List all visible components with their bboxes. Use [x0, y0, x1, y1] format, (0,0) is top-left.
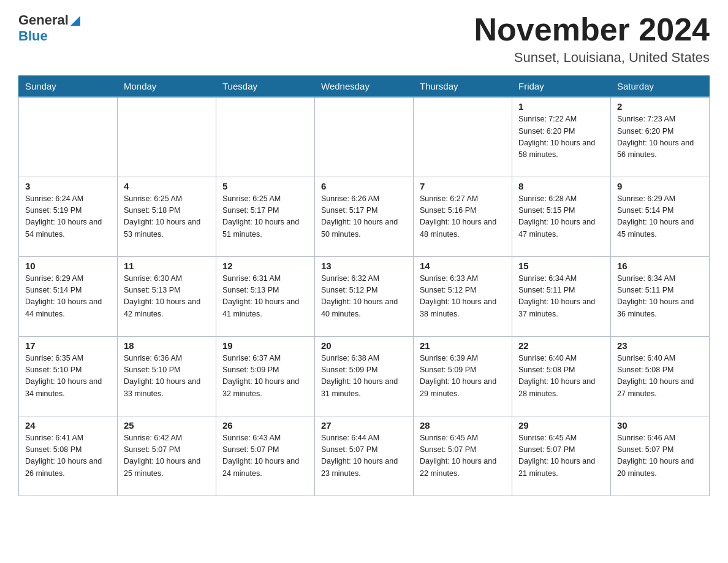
calendar-cell: 22Sunrise: 6:40 AMSunset: 5:08 PMDayligh…: [512, 336, 611, 416]
day-detail: Sunrise: 6:45 AMSunset: 5:07 PMDaylight:…: [420, 432, 506, 480]
weekday-header-sunday: Sunday: [19, 76, 118, 98]
day-number: 11: [124, 261, 210, 271]
day-detail: Sunrise: 6:38 AMSunset: 5:09 PMDaylight:…: [321, 353, 407, 400]
calendar-cell: 16Sunrise: 6:34 AMSunset: 5:11 PMDayligh…: [611, 256, 710, 336]
calendar-week-row: 1Sunrise: 7:22 AMSunset: 6:20 PMDaylight…: [19, 97, 710, 177]
day-number: 9: [617, 181, 703, 191]
calendar-week-row: 10Sunrise: 6:29 AMSunset: 5:14 PMDayligh…: [19, 256, 710, 336]
day-detail: Sunrise: 6:25 AMSunset: 5:18 PMDaylight:…: [124, 193, 210, 241]
weekday-header-saturday: Saturday: [611, 76, 710, 98]
day-number: 6: [321, 181, 407, 191]
day-detail: Sunrise: 6:41 AMSunset: 5:08 PMDaylight:…: [25, 432, 111, 480]
day-detail: Sunrise: 6:44 AMSunset: 5:07 PMDaylight:…: [321, 432, 407, 480]
day-detail: Sunrise: 6:28 AMSunset: 5:15 PMDaylight:…: [518, 193, 604, 241]
weekday-header-monday: Monday: [118, 76, 216, 98]
calendar-cell: 15Sunrise: 6:34 AMSunset: 5:11 PMDayligh…: [512, 256, 611, 336]
calendar-cell: 27Sunrise: 6:44 AMSunset: 5:07 PMDayligh…: [315, 416, 414, 496]
day-number: 19: [222, 340, 308, 351]
title-area: November 2024 Sunset, Louisiana, United …: [474, 12, 710, 66]
day-number: 27: [321, 420, 407, 431]
day-detail: Sunrise: 6:31 AMSunset: 5:13 PMDaylight:…: [222, 273, 308, 321]
svg-marker-0: [70, 16, 80, 26]
day-number: 7: [420, 181, 506, 191]
calendar-title: November 2024: [474, 12, 710, 47]
day-detail: Sunrise: 6:33 AMSunset: 5:12 PMDaylight:…: [420, 273, 506, 321]
day-detail: Sunrise: 6:30 AMSunset: 5:13 PMDaylight:…: [124, 273, 210, 321]
calendar-cell: 29Sunrise: 6:45 AMSunset: 5:07 PMDayligh…: [512, 416, 611, 496]
day-detail: Sunrise: 6:34 AMSunset: 5:11 PMDaylight:…: [617, 273, 703, 321]
day-detail: Sunrise: 6:27 AMSunset: 5:16 PMDaylight:…: [420, 193, 506, 241]
weekday-header-tuesday: Tuesday: [216, 76, 315, 98]
day-number: 25: [124, 420, 210, 431]
calendar-cell: 26Sunrise: 6:43 AMSunset: 5:07 PMDayligh…: [216, 416, 315, 496]
calendar-cell: 8Sunrise: 6:28 AMSunset: 5:15 PMDaylight…: [512, 177, 611, 256]
logo: General Blue: [18, 12, 80, 44]
calendar-cell: 4Sunrise: 6:25 AMSunset: 5:18 PMDaylight…: [118, 177, 216, 256]
day-number: 10: [25, 261, 111, 271]
calendar-cell: [414, 97, 512, 177]
calendar-cell: 7Sunrise: 6:27 AMSunset: 5:16 PMDaylight…: [414, 177, 512, 256]
logo-blue-text: Blue: [18, 28, 48, 44]
day-detail: Sunrise: 6:40 AMSunset: 5:08 PMDaylight:…: [518, 353, 604, 400]
calendar-cell: 19Sunrise: 6:37 AMSunset: 5:09 PMDayligh…: [216, 336, 315, 416]
day-number: 3: [25, 181, 111, 191]
calendar-cell: 18Sunrise: 6:36 AMSunset: 5:10 PMDayligh…: [118, 336, 216, 416]
calendar-cell: 12Sunrise: 6:31 AMSunset: 5:13 PMDayligh…: [216, 256, 315, 336]
day-number: 14: [420, 261, 506, 271]
day-number: 1: [518, 101, 604, 112]
calendar-cell: 1Sunrise: 7:22 AMSunset: 6:20 PMDaylight…: [512, 97, 611, 177]
calendar-cell: 13Sunrise: 6:32 AMSunset: 5:12 PMDayligh…: [315, 256, 414, 336]
calendar-cell: 17Sunrise: 6:35 AMSunset: 5:10 PMDayligh…: [19, 336, 118, 416]
calendar-cell: 30Sunrise: 6:46 AMSunset: 5:07 PMDayligh…: [611, 416, 710, 496]
day-detail: Sunrise: 6:39 AMSunset: 5:09 PMDaylight:…: [420, 353, 506, 400]
calendar-week-row: 24Sunrise: 6:41 AMSunset: 5:08 PMDayligh…: [19, 416, 710, 496]
logo-arrow-icon: [70, 13, 80, 28]
day-number: 5: [222, 181, 308, 191]
day-detail: Sunrise: 6:45 AMSunset: 5:07 PMDaylight:…: [518, 432, 604, 480]
calendar-table: SundayMondayTuesdayWednesdayThursdayFrid…: [18, 75, 710, 496]
calendar-cell: 2Sunrise: 7:23 AMSunset: 6:20 PMDaylight…: [611, 97, 710, 177]
day-detail: Sunrise: 7:22 AMSunset: 6:20 PMDaylight:…: [518, 113, 604, 161]
day-detail: Sunrise: 6:25 AMSunset: 5:17 PMDaylight:…: [222, 193, 308, 241]
day-detail: Sunrise: 6:36 AMSunset: 5:10 PMDaylight:…: [124, 353, 210, 400]
day-number: 22: [518, 340, 604, 351]
calendar-cell: [118, 97, 216, 177]
day-detail: Sunrise: 6:46 AMSunset: 5:07 PMDaylight:…: [617, 432, 703, 480]
calendar-subtitle: Sunset, Louisiana, United States: [474, 50, 710, 66]
calendar-cell: [315, 97, 414, 177]
calendar-cell: 20Sunrise: 6:38 AMSunset: 5:09 PMDayligh…: [315, 336, 414, 416]
day-detail: Sunrise: 6:37 AMSunset: 5:09 PMDaylight:…: [222, 353, 308, 400]
logo-general-text: General: [18, 12, 69, 28]
day-number: 29: [518, 420, 604, 431]
calendar-cell: 28Sunrise: 6:45 AMSunset: 5:07 PMDayligh…: [414, 416, 512, 496]
calendar-cell: [19, 97, 118, 177]
calendar-header: SundayMondayTuesdayWednesdayThursdayFrid…: [19, 76, 710, 98]
calendar-cell: 5Sunrise: 6:25 AMSunset: 5:17 PMDaylight…: [216, 177, 315, 256]
calendar-cell: 10Sunrise: 6:29 AMSunset: 5:14 PMDayligh…: [19, 256, 118, 336]
day-number: 15: [518, 261, 604, 271]
day-detail: Sunrise: 7:23 AMSunset: 6:20 PMDaylight:…: [617, 113, 703, 161]
calendar-cell: 21Sunrise: 6:39 AMSunset: 5:09 PMDayligh…: [414, 336, 512, 416]
weekday-header-wednesday: Wednesday: [315, 76, 414, 98]
day-number: 20: [321, 340, 407, 351]
weekday-header-thursday: Thursday: [414, 76, 512, 98]
calendar-cell: [216, 97, 315, 177]
calendar-week-row: 3Sunrise: 6:24 AMSunset: 5:19 PMDaylight…: [19, 177, 710, 256]
calendar-week-row: 17Sunrise: 6:35 AMSunset: 5:10 PMDayligh…: [19, 336, 710, 416]
day-detail: Sunrise: 6:35 AMSunset: 5:10 PMDaylight:…: [25, 353, 111, 400]
day-detail: Sunrise: 6:29 AMSunset: 5:14 PMDaylight:…: [25, 273, 111, 321]
day-number: 28: [420, 420, 506, 431]
calendar-cell: 6Sunrise: 6:26 AMSunset: 5:17 PMDaylight…: [315, 177, 414, 256]
day-number: 12: [222, 261, 308, 271]
weekday-header-friday: Friday: [512, 76, 611, 98]
day-number: 2: [617, 101, 703, 112]
day-detail: Sunrise: 6:40 AMSunset: 5:08 PMDaylight:…: [617, 353, 703, 400]
calendar-cell: 25Sunrise: 6:42 AMSunset: 5:07 PMDayligh…: [118, 416, 216, 496]
day-number: 16: [617, 261, 703, 271]
calendar-cell: 3Sunrise: 6:24 AMSunset: 5:19 PMDaylight…: [19, 177, 118, 256]
day-number: 13: [321, 261, 407, 271]
day-detail: Sunrise: 6:29 AMSunset: 5:14 PMDaylight:…: [617, 193, 703, 241]
calendar-cell: 24Sunrise: 6:41 AMSunset: 5:08 PMDayligh…: [19, 416, 118, 496]
day-detail: Sunrise: 6:32 AMSunset: 5:12 PMDaylight:…: [321, 273, 407, 321]
weekday-header-row: SundayMondayTuesdayWednesdayThursdayFrid…: [19, 76, 710, 98]
